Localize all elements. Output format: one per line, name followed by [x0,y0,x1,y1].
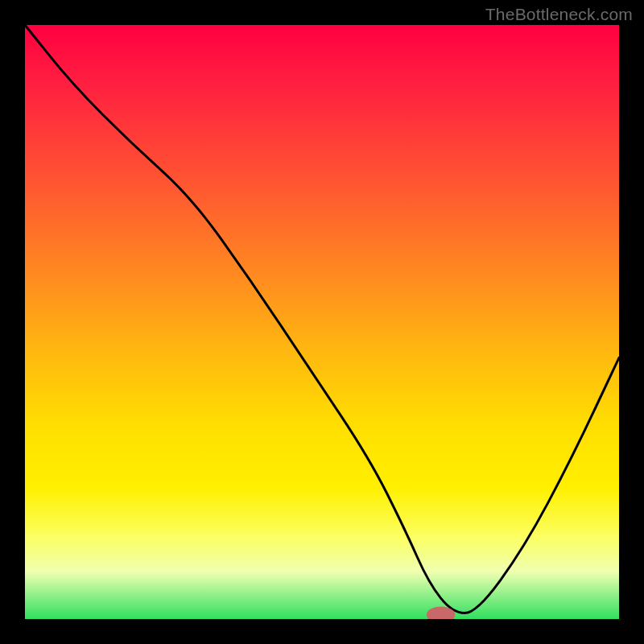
plot-area [25,25,619,619]
curve-layer [25,25,619,619]
bottleneck-curve [25,25,619,613]
chart-frame: TheBottleneck.com [0,0,644,644]
watermark: TheBottleneck.com [485,5,633,24]
